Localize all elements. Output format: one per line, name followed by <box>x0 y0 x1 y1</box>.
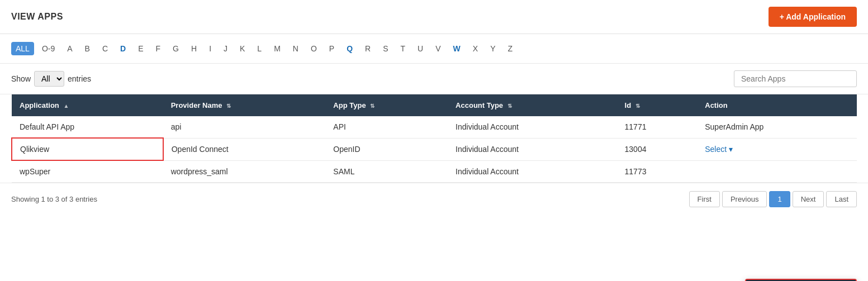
show-entries: Show All 10 25 50 entries <box>11 71 91 87</box>
pagination-buttons: First Previous 1 Next Last <box>689 191 857 207</box>
search-input[interactable] <box>734 70 857 87</box>
entries-select[interactable]: All 10 25 50 <box>34 71 64 87</box>
col-action: Action <box>697 94 857 116</box>
cell-accounttype-wpsuper: Individual Account <box>448 160 616 183</box>
table-header-row: Application ▲ Provider Name ⇅ App Type ⇅… <box>12 94 857 116</box>
entries-label: entries <box>68 74 91 83</box>
pagination-page-1[interactable]: 1 <box>769 191 790 207</box>
cell-id: 11771 <box>617 116 698 138</box>
showing-text: Showing 1 to 3 of 3 entries <box>11 195 97 203</box>
page-wrapper: VIEW APPS + Add Application ALL O-9 A B … <box>0 0 868 281</box>
sort-icon-accounttype[interactable]: ⇅ <box>507 103 512 109</box>
pagination-first[interactable]: First <box>689 191 720 207</box>
cell-provider-wpsuper: wordpress_saml <box>163 160 326 183</box>
pagination-previous[interactable]: Previous <box>722 191 767 207</box>
alpha-p[interactable]: P <box>325 42 339 55</box>
sort-icon-apptype[interactable]: ⇅ <box>370 103 374 109</box>
alpha-a[interactable]: A <box>63 42 77 55</box>
header: VIEW APPS + Add Application <box>0 0 868 34</box>
add-application-button[interactable]: + Add Application <box>769 7 857 27</box>
sort-icon-application[interactable]: ▲ <box>63 103 69 109</box>
col-account-type: Account Type ⇅ <box>448 94 616 116</box>
table-row-qlikview: Qlikview OpenId Connect OpenID Individua… <box>12 138 857 160</box>
alpha-y[interactable]: Y <box>486 42 500 55</box>
action-dropdown-menu: ✎ Edit ✦ Certificate ≡ OAuth Endpoints 🗑… <box>745 279 857 281</box>
alpha-t[interactable]: T <box>396 42 410 55</box>
pagination-last[interactable]: Last <box>826 191 857 207</box>
alpha-m[interactable]: M <box>269 42 285 55</box>
cell-apptype-qlikview: OpenID <box>325 138 448 160</box>
table-row-wpsuper: wpSuper wordpress_saml SAML Individual A… <box>12 160 857 183</box>
alpha-r[interactable]: R <box>361 42 375 55</box>
sort-icon-provider[interactable]: ⇅ <box>226 103 231 109</box>
alpha-h[interactable]: H <box>187 42 201 55</box>
col-application: Application ▲ <box>12 94 163 116</box>
alpha-l[interactable]: L <box>253 42 266 55</box>
col-provider-name: Provider Name ⇅ <box>163 94 326 116</box>
cell-accounttype-qlikview: Individual Account <box>448 138 616 160</box>
alpha-v[interactable]: V <box>431 42 445 55</box>
alpha-q[interactable]: Q <box>342 42 357 55</box>
cell-action: SuperAdmin App <box>697 116 857 138</box>
cell-id-wpsuper: 11773 <box>617 160 698 183</box>
alpha-x[interactable]: X <box>468 42 482 55</box>
col-id: Id ⇅ <box>617 94 698 116</box>
cell-application: Default API App <box>12 116 163 138</box>
col-app-type: App Type ⇅ <box>325 94 448 116</box>
alpha-c[interactable]: C <box>98 42 112 55</box>
alpha-e[interactable]: E <box>134 42 148 55</box>
table-row: Default API App api API Individual Accou… <box>12 116 857 138</box>
alpha-n[interactable]: N <box>288 42 303 55</box>
table-wrapper: Application ▲ Provider Name ⇅ App Type ⇅… <box>0 94 868 183</box>
page-title: VIEW APPS <box>11 12 63 22</box>
alpha-f[interactable]: F <box>151 42 165 55</box>
applications-table: Application ▲ Provider Name ⇅ App Type ⇅… <box>11 94 857 183</box>
pagination-row: Showing 1 to 3 of 3 entries First Previo… <box>0 183 868 215</box>
show-label: Show <box>11 74 31 83</box>
alpha-g[interactable]: G <box>168 42 183 55</box>
alpha-w[interactable]: W <box>449 42 465 55</box>
controls-row: Show All 10 25 50 entries <box>0 64 868 94</box>
alpha-i[interactable]: I <box>205 42 216 55</box>
pagination-next[interactable]: Next <box>793 191 824 207</box>
alpha-k[interactable]: K <box>235 42 249 55</box>
cell-provider: api <box>163 116 326 138</box>
alpha-z[interactable]: Z <box>503 42 517 55</box>
alpha-b[interactable]: B <box>80 42 94 55</box>
alpha-s[interactable]: S <box>378 42 392 55</box>
cell-application-qlikview: Qlikview <box>12 138 163 160</box>
alpha-u[interactable]: U <box>413 42 428 55</box>
alpha-o[interactable]: O <box>306 42 321 55</box>
cell-apptype-wpsuper: SAML <box>325 160 448 183</box>
cell-accounttype: Individual Account <box>448 116 616 138</box>
alpha-filter-bar: ALL O-9 A B C D E F G H I J K L M N O P … <box>0 34 868 64</box>
alpha-d[interactable]: D <box>116 42 130 55</box>
cell-application-wpsuper: wpSuper <box>12 160 163 183</box>
alpha-09[interactable]: O-9 <box>37 42 59 55</box>
cell-action-qlikview: Select ▾ <box>697 138 857 160</box>
cell-apptype: API <box>325 116 448 138</box>
cell-id-qlikview: 13004 <box>617 138 698 160</box>
cell-provider-qlikview: OpenId Connect <box>163 138 326 160</box>
sort-icon-id[interactable]: ⇅ <box>635 103 640 109</box>
alpha-all[interactable]: ALL <box>11 42 34 55</box>
alpha-j[interactable]: J <box>219 42 232 55</box>
select-dropdown-trigger[interactable]: Select ▾ <box>705 145 849 154</box>
cell-action-wpsuper <box>697 160 857 183</box>
